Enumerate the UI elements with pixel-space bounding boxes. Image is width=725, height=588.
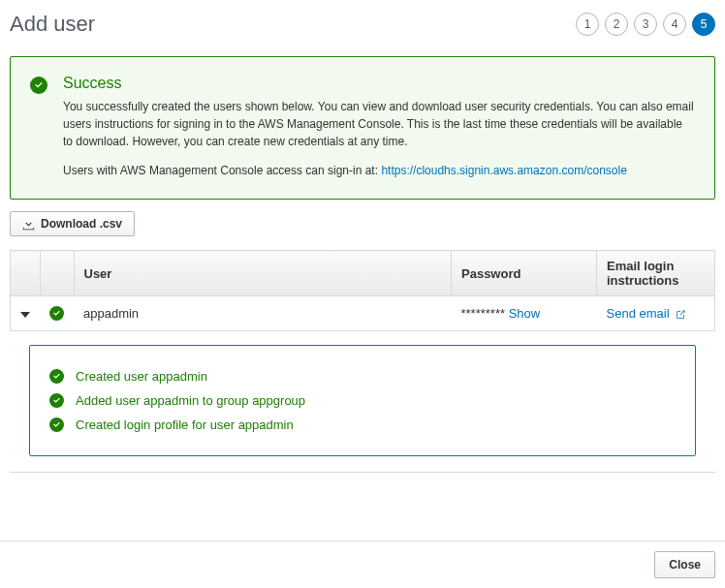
show-password-link[interactable]: Show [509, 306, 541, 321]
alert-body-2: Users with AWS Management Console access… [63, 162, 695, 179]
alert-title: Success [63, 75, 695, 92]
col-email-header: Email login instructions [597, 251, 715, 296]
password-mask: ********* [461, 306, 506, 321]
step-2[interactable]: 2 [605, 13, 628, 36]
step-3[interactable]: 3 [634, 13, 657, 36]
success-icon [49, 369, 64, 384]
footer: Close [0, 541, 725, 588]
step-4[interactable]: 4 [663, 13, 686, 36]
col-toggle [11, 251, 41, 296]
download-icon [22, 218, 35, 231]
detail-panel: Created user appadmin Added user appadmi… [29, 345, 696, 456]
success-icon [30, 77, 47, 94]
step-5[interactable]: 5 [692, 13, 715, 36]
send-email-label: Send email [607, 306, 670, 321]
col-password-header: Password [452, 251, 597, 296]
detail-text-1: Created user appadmin [76, 369, 207, 384]
external-link-icon [675, 309, 686, 321]
download-csv-button[interactable]: Download .csv [10, 211, 135, 236]
detail-row-3: Created login profile for user appadmin [49, 418, 676, 432]
success-alert: Success You successfully created the use… [10, 56, 715, 200]
detail-row-2: Added user appadmin to group appgroup [49, 393, 676, 408]
alert-body-1: You successfully created the users shown… [63, 98, 695, 150]
caret-down-icon[interactable] [20, 312, 30, 318]
step-1[interactable]: 1 [576, 13, 599, 36]
users-table: User Password Email login instructions a [10, 250, 715, 331]
close-button[interactable]: Close [654, 551, 715, 578]
user-cell: appadmin [74, 296, 452, 331]
col-user-header: User [74, 251, 452, 296]
page-title: Add user [10, 12, 95, 37]
success-icon [49, 418, 64, 432]
detail-text-2: Added user appadmin to group appgroup [76, 393, 305, 408]
alert-signin-prefix: Users with AWS Management Console access… [63, 164, 381, 177]
detail-row-1: Created user appadmin [49, 369, 676, 384]
table-row[interactable]: appadmin ********* Show Send email [11, 296, 715, 331]
download-csv-label: Download .csv [41, 217, 122, 231]
wizard-steps: 1 2 3 4 5 [576, 13, 715, 36]
success-icon [49, 393, 64, 408]
col-status [40, 251, 74, 296]
table-header-row: User Password Email login instructions [11, 251, 715, 296]
send-email-link[interactable]: Send email [607, 306, 687, 321]
signin-link[interactable]: https://cloudhs.signin.aws.amazon.com/co… [381, 164, 626, 177]
detail-text-3: Created login profile for user appadmin [76, 418, 294, 432]
row-success-icon [49, 306, 64, 321]
